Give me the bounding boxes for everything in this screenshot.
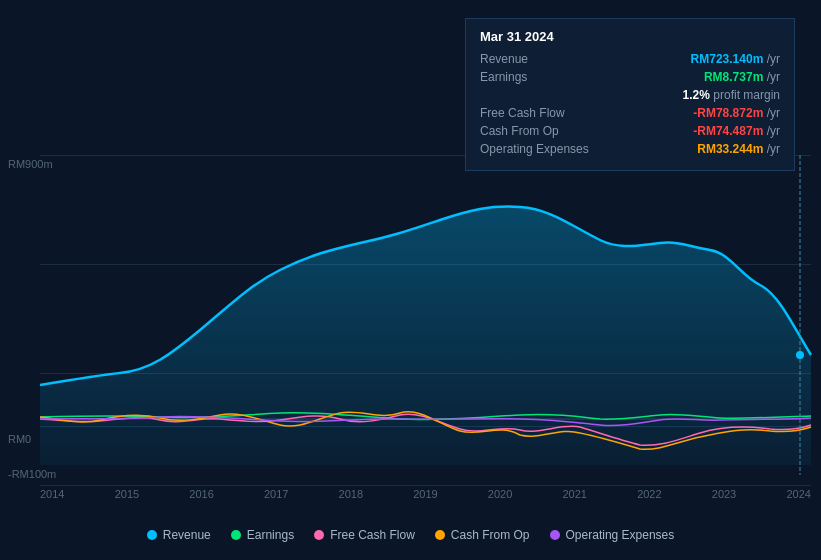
tooltip-fcf-label: Free Cash Flow: [480, 106, 590, 120]
tooltip-cfo-row: Cash From Op -RM74.487m /yr: [480, 124, 780, 138]
grid-line-bot: [40, 485, 811, 486]
x-label-2015: 2015: [115, 488, 139, 500]
legend-dot-cfo: [435, 530, 445, 540]
revenue-area: [40, 207, 811, 465]
tooltip-opex-label: Operating Expenses: [480, 142, 590, 156]
legend-dot-revenue: [147, 530, 157, 540]
tooltip-opex-row: Operating Expenses RM33.244m /yr: [480, 142, 780, 156]
x-label-2023: 2023: [712, 488, 736, 500]
legend-item-earnings[interactable]: Earnings: [231, 528, 294, 542]
tooltip-margin-row: 1.2% profit margin: [480, 88, 780, 102]
x-label-2019: 2019: [413, 488, 437, 500]
tooltip-fcf-value: -RM78.872m /yr: [693, 106, 780, 120]
x-labels: 2014201520162017201820192020202120222023…: [40, 488, 811, 500]
tooltip-earnings-row: Earnings RM8.737m /yr: [480, 70, 780, 84]
legend-item-opex[interactable]: Operating Expenses: [550, 528, 675, 542]
y-label-mid: RM0: [8, 433, 31, 445]
legend-item-revenue[interactable]: Revenue: [147, 528, 211, 542]
chart-container: Mar 31 2024 Revenue RM723.140m /yr Earni…: [0, 0, 821, 560]
x-label-2024: 2024: [786, 488, 810, 500]
legend-label-revenue: Revenue: [163, 528, 211, 542]
tooltip-revenue-label: Revenue: [480, 52, 590, 66]
legend-item-fcf[interactable]: Free Cash Flow: [314, 528, 415, 542]
legend-label-opex: Operating Expenses: [566, 528, 675, 542]
legend-dot-opex: [550, 530, 560, 540]
tooltip-earnings-label: Earnings: [480, 70, 590, 84]
tooltip-revenue-value: RM723.140m /yr: [691, 52, 780, 66]
x-label-2022: 2022: [637, 488, 661, 500]
x-label-2016: 2016: [189, 488, 213, 500]
tooltip-earnings-value: RM8.737m /yr: [704, 70, 780, 84]
x-label-2021: 2021: [562, 488, 586, 500]
tooltip-panel: Mar 31 2024 Revenue RM723.140m /yr Earni…: [465, 18, 795, 171]
tooltip-cfo-value: -RM74.487m /yr: [693, 124, 780, 138]
tooltip-cfo-label: Cash From Op: [480, 124, 590, 138]
x-label-2017: 2017: [264, 488, 288, 500]
chart-svg: [40, 155, 811, 475]
tooltip-margin-value: 1.2% profit margin: [683, 88, 780, 102]
revenue-dot: [796, 351, 804, 359]
x-label-2014: 2014: [40, 488, 64, 500]
tooltip-opex-value: RM33.244m /yr: [697, 142, 780, 156]
tooltip-date: Mar 31 2024: [480, 29, 780, 44]
legend-dot-earnings: [231, 530, 241, 540]
tooltip-revenue-row: Revenue RM723.140m /yr: [480, 52, 780, 66]
x-label-2020: 2020: [488, 488, 512, 500]
x-label-2018: 2018: [339, 488, 363, 500]
legend-label-fcf: Free Cash Flow: [330, 528, 415, 542]
legend-item-cfo[interactable]: Cash From Op: [435, 528, 530, 542]
legend-label-cfo: Cash From Op: [451, 528, 530, 542]
legend-label-earnings: Earnings: [247, 528, 294, 542]
legend-dot-fcf: [314, 530, 324, 540]
tooltip-fcf-row: Free Cash Flow -RM78.872m /yr: [480, 106, 780, 120]
legend: RevenueEarningsFree Cash FlowCash From O…: [0, 528, 821, 542]
